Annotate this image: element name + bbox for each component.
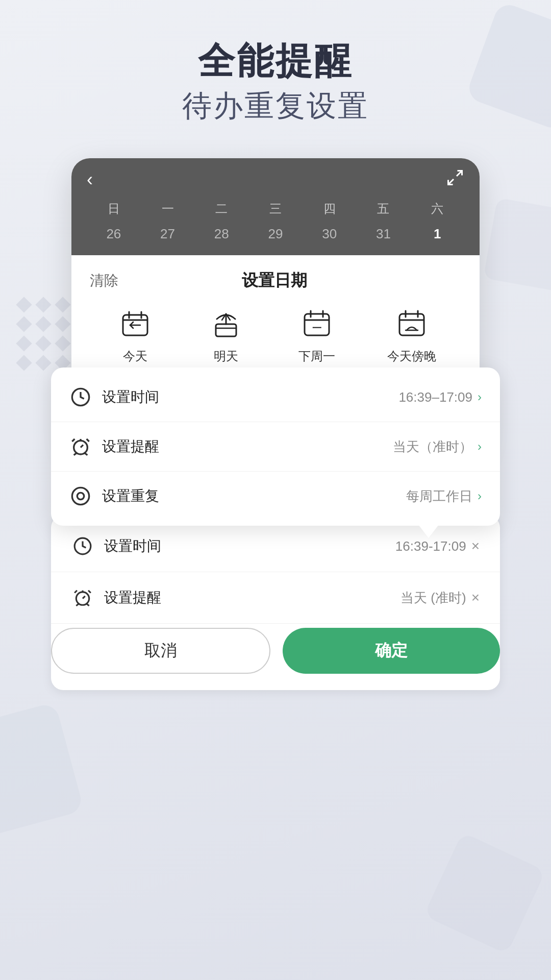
reminder-arrow: › <box>478 439 482 454</box>
bg-decoration-4 <box>423 832 545 954</box>
quick-today[interactable]: 今天 <box>115 306 156 364</box>
cal-date-1[interactable]: 1 <box>410 223 464 245</box>
alarm-icon <box>69 435 92 458</box>
next-monday-label: 下周一 <box>298 348 335 364</box>
svg-line-28 <box>86 603 89 606</box>
bottom-clock-icon <box>71 535 94 557</box>
repeat-value: 每周工作日 <box>406 487 472 505</box>
confirm-button[interactable]: 确定 <box>283 628 500 674</box>
cal-date-27[interactable]: 27 <box>141 223 195 245</box>
day-label-sat: 六 <box>410 199 464 219</box>
day-label-fri: 五 <box>357 199 411 219</box>
calendar-dark-header: ‹ 日 一 二 三 四 五 六 26 27 28 29 30 <box>71 158 480 255</box>
bottom-reminder-label: 设置提醒 <box>104 588 400 607</box>
sub-title: 待办重复设置 <box>10 86 541 125</box>
svg-line-27 <box>76 603 79 606</box>
quick-evening[interactable]: 今天傍晚 <box>387 306 436 364</box>
bottom-time-value: 16:39-17:09 <box>395 538 466 554</box>
quick-select-row: 今天 明天 <box>90 306 461 364</box>
repeat-arrow: › <box>478 489 482 503</box>
time-arrow: › <box>478 390 482 404</box>
expand-button[interactable] <box>446 168 464 190</box>
set-date-title: 设置日期 <box>242 270 307 292</box>
bottom-reminder-close[interactable]: × <box>471 590 480 606</box>
tooltip-card: 设置时间 16:39–17:09 › 设置提醒 当天（准时） › 设置重复 每周… <box>51 368 500 526</box>
cal-date-26[interactable]: 26 <box>87 223 141 245</box>
bottom-time-label: 设置时间 <box>104 536 395 556</box>
cal-date-31[interactable]: 31 <box>357 223 411 245</box>
cal-nav-row: ‹ <box>87 168 464 190</box>
svg-point-24 <box>72 487 89 504</box>
header-section: 全能提醒 待办重复设置 <box>0 31 551 135</box>
clear-button[interactable]: 清除 <box>90 271 118 290</box>
day-label-sun: 日 <box>87 199 141 219</box>
svg-line-22 <box>74 453 78 455</box>
bg-decoration-2 <box>483 198 551 292</box>
clock-icon <box>69 386 92 408</box>
quick-next-monday[interactable]: 一 下周一 <box>296 306 337 364</box>
time-label: 设置时间 <box>102 387 398 407</box>
reminder-label: 设置提醒 <box>102 437 393 456</box>
tomorrow-icon <box>206 306 246 342</box>
svg-text:一: 一 <box>312 323 321 333</box>
tomorrow-label: 明天 <box>214 348 238 364</box>
evening-label: 今天傍晚 <box>387 348 436 364</box>
day-label-wed: 三 <box>248 199 303 219</box>
tooltip-time-item[interactable]: 设置时间 16:39–17:09 › <box>51 373 500 422</box>
bg-decoration-3 <box>0 702 84 839</box>
cal-days-header: 日 一 二 三 四 五 六 <box>87 199 464 219</box>
reminder-value: 当天（准时） <box>393 438 472 456</box>
tooltip-reminder-item[interactable]: 设置提醒 当天（准时） › <box>51 422 500 472</box>
repeat-icon <box>69 485 92 507</box>
action-buttons: 取消 确定 <box>51 628 500 674</box>
bottom-time-close[interactable]: × <box>471 538 480 554</box>
day-label-tue: 二 <box>194 199 248 219</box>
bottom-alarm-icon <box>71 586 94 609</box>
svg-rect-8 <box>216 324 236 336</box>
svg-line-1 <box>448 179 454 185</box>
tooltip-repeat-item[interactable]: 设置重复 每周工作日 › <box>51 472 500 521</box>
cal-date-30[interactable]: 30 <box>303 223 357 245</box>
cal-date-29[interactable]: 29 <box>248 223 303 245</box>
bottom-reminder-value: 当天 (准时) <box>400 589 466 607</box>
svg-line-0 <box>457 171 462 177</box>
cal-date-28[interactable]: 28 <box>194 223 248 245</box>
day-label-thu: 四 <box>303 199 357 219</box>
quick-tomorrow[interactable]: 明天 <box>206 306 246 364</box>
today-label: 今天 <box>123 348 147 364</box>
cancel-button[interactable]: 取消 <box>51 628 270 674</box>
svg-rect-15 <box>399 314 424 335</box>
set-date-header: 清除 设置日期 <box>90 270 461 292</box>
next-monday-icon: 一 <box>296 306 337 342</box>
today-icon <box>115 306 156 342</box>
repeat-label: 设置重复 <box>102 486 406 506</box>
day-label-mon: 一 <box>141 199 195 219</box>
main-title: 全能提醒 <box>10 41 541 81</box>
cal-dates-row: 26 27 28 29 30 31 1 <box>87 223 464 245</box>
diamond-decoration <box>15 296 71 372</box>
svg-line-23 <box>84 453 88 455</box>
back-button[interactable]: ‹ <box>87 169 93 190</box>
time-value: 16:39–17:09 <box>398 389 472 405</box>
evening-icon <box>391 306 432 342</box>
bottom-reminder-item: 设置提醒 当天 (准时) × <box>51 572 500 624</box>
